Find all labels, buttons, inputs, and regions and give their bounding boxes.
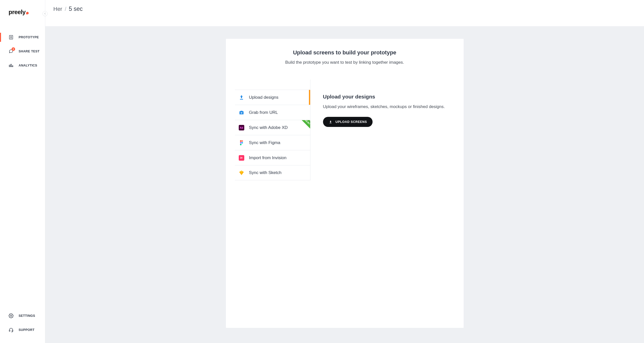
option-label: Grab from URL [249, 110, 278, 115]
option-import-invision[interactable]: in Import from Invision [235, 150, 310, 165]
svg-rect-6 [12, 66, 13, 67]
sketch-icon [238, 170, 245, 176]
breadcrumb-current: 5 sec [69, 6, 83, 12]
option-detail-panel: Upload your designs Upload your wirefram… [310, 80, 464, 180]
option-upload-designs[interactable]: Upload designs [235, 90, 310, 105]
breadcrumb-parent[interactable]: Her [53, 6, 62, 12]
breadcrumb: Her / 5 sec [53, 6, 83, 12]
sidebar-item-label: SETTINGS [19, 314, 35, 318]
camera-icon [238, 110, 245, 116]
detail-description: Upload your wireframes, sketches, mockup… [323, 104, 451, 109]
new-ribbon: NEW! [297, 120, 310, 132]
prototype-card: Upload screens to build your prototype B… [226, 39, 464, 328]
sidebar-item-label: ANALYTICS [19, 64, 37, 67]
source-options-list: Upload designs Grab from URL Xd [235, 80, 310, 180]
main-column: Her / 5 sec Upload screens to build your… [45, 0, 644, 343]
invision-icon: in [238, 155, 245, 161]
option-label: Import from Invision [249, 155, 287, 160]
adobe-xd-icon: Xd [238, 125, 245, 131]
topbar: Her / 5 sec [45, 0, 644, 26]
sidebar-item-share-test[interactable]: 3 SHARE TEST [0, 44, 45, 58]
svg-rect-9 [12, 330, 13, 331]
svg-rect-5 [11, 64, 11, 67]
sidebar-item-label: SHARE TEST [19, 50, 39, 53]
sidebar-item-settings[interactable]: SETTINGS [0, 309, 45, 323]
logo-dot-icon [26, 12, 29, 14]
option-label: Sync with Adobe XD [249, 125, 288, 130]
figma-icon [238, 140, 245, 146]
card-subtitle: Build the prototype you want to test by … [241, 60, 449, 65]
detail-title: Upload your designs [323, 94, 451, 100]
svg-point-17 [240, 144, 242, 145]
card-body: Upload designs Grab from URL Xd [226, 80, 464, 190]
sidebar-item-prototype[interactable]: PROTOTYPE [0, 30, 45, 44]
svg-point-15 [240, 142, 242, 144]
content-area: Upload screens to build your prototype B… [45, 26, 644, 343]
svg-point-14 [242, 140, 243, 142]
breadcrumb-separator: / [65, 6, 66, 12]
svg-point-7 [11, 315, 12, 317]
svg-rect-18 [330, 123, 332, 123]
svg-point-13 [240, 140, 242, 142]
document-list-icon [9, 35, 14, 40]
option-grab-url[interactable]: Grab from URL [235, 105, 310, 120]
sidebar-nav: PROTOTYPE 3 SHARE TEST ANALYTICS [0, 30, 45, 73]
sidebar-item-label: PROTOTYPE [19, 36, 39, 39]
svg-point-12 [241, 112, 242, 113]
logo[interactable]: preely [0, 0, 45, 23]
sidebar-item-analytics[interactable]: ANALYTICS [0, 58, 45, 73]
upload-icon [329, 120, 333, 124]
upload-icon [238, 94, 245, 100]
option-sync-sketch[interactable]: Sync with Sketch [235, 165, 310, 180]
svg-rect-4 [9, 65, 10, 67]
sidebar-item-label: SUPPORT [19, 328, 34, 332]
gear-icon [9, 313, 14, 318]
option-label: Sync with Sketch [249, 170, 281, 175]
svg-point-16 [242, 142, 243, 144]
headset-icon [9, 327, 14, 332]
collapse-sidebar-button[interactable] [43, 11, 48, 16]
chevron-left-icon [44, 13, 46, 15]
sidebar-footer-nav: SETTINGS SUPPORT [0, 309, 45, 337]
option-sync-figma[interactable]: Sync with Figma [235, 135, 310, 150]
logo-text: preely [9, 9, 26, 16]
share-test-badge: 3 [12, 47, 15, 51]
card-title: Upload screens to build your prototype [241, 49, 449, 56]
svg-rect-10 [240, 99, 243, 100]
speech-bubble-icon: 3 [9, 49, 14, 54]
analytics-icon [9, 63, 14, 68]
sidebar-item-support[interactable]: SUPPORT [0, 323, 45, 337]
option-sync-adobe-xd[interactable]: Xd Sync with Adobe XD NEW! [235, 120, 310, 135]
option-label: Upload designs [249, 95, 278, 100]
option-label: Sync with Figma [249, 140, 280, 145]
svg-rect-8 [9, 330, 10, 331]
upload-screens-button[interactable]: UPLOAD SCREENS [323, 117, 373, 127]
card-header: Upload screens to build your prototype B… [226, 39, 464, 65]
upload-screens-button-label: UPLOAD SCREENS [336, 120, 367, 124]
sidebar: preely PROTOTYPE 3 SHARE TEST [0, 0, 45, 343]
